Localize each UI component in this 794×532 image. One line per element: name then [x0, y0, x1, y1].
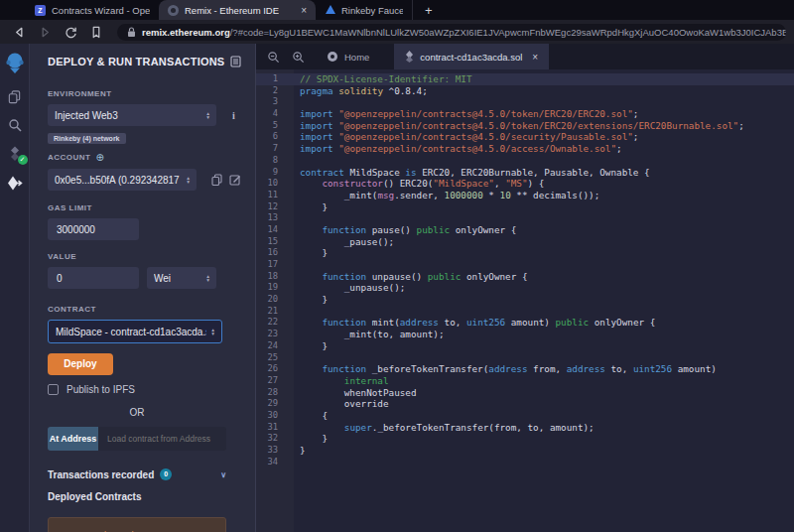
- code-line[interactable]: 25: [256, 352, 794, 364]
- reload-icon[interactable]: [60, 23, 81, 41]
- solidity-compiler-icon[interactable]: ✓: [6, 145, 24, 163]
- code-line[interactable]: 12 }: [256, 201, 794, 213]
- gas-limit-input[interactable]: [48, 218, 139, 240]
- add-account-icon[interactable]: ⊕: [96, 152, 105, 163]
- code-line[interactable]: 8: [256, 155, 794, 167]
- back-icon[interactable]: [8, 23, 30, 41]
- code-line[interactable]: 4import "@openzeppelin/contracts@4.5.0/t…: [256, 108, 794, 120]
- code-line[interactable]: 1// SPDX-License-Identifier: MIT: [256, 73, 794, 85]
- code-line[interactable]: 10 constructor() ERC20("MildSpace", "MS"…: [256, 178, 794, 190]
- deploy-run-icon[interactable]: [6, 174, 24, 192]
- code-line[interactable]: 11 _mint(msg.sender, 1000000 * 10 ** dec…: [256, 190, 794, 201]
- code-line[interactable]: 27 internal: [256, 375, 794, 387]
- line-number: 34: [256, 457, 286, 468]
- edit-account-icon[interactable]: [229, 174, 241, 186]
- tab-contract-file-label: contract-cd1ac3acda.sol: [420, 52, 522, 63]
- bookmark-icon[interactable]: [85, 23, 107, 41]
- zoom-out-icon[interactable]: [265, 49, 281, 65]
- contract-value: MildSpace - contract-cd1ac3acda.sol: [56, 327, 206, 337]
- code-line[interactable]: 31 super._beforeTokenTransfer(from, to, …: [256, 422, 794, 434]
- remix-logo-icon[interactable]: [3, 51, 27, 76]
- value-input[interactable]: [48, 267, 139, 289]
- line-number: 8: [256, 155, 286, 167]
- url-bar[interactable]: remix.ethereum.org/?#code=Ly8gU1BEWC1MaW…: [117, 24, 786, 41]
- line-number: 23: [256, 329, 286, 340]
- line-number: 21: [256, 306, 286, 318]
- code-line[interactable]: 17: [256, 259, 794, 271]
- panel-title: DEPLOY & RUN TRANSACTIONS: [48, 56, 224, 67]
- account-value: 0x0e5...b50fA (0.292342817: [55, 175, 182, 186]
- publish-ipfs-checkbox[interactable]: [48, 384, 59, 395]
- line-number: 33: [256, 445, 286, 457]
- code-line[interactable]: 6import "@openzeppelin/contracts@4.5.0/s…: [256, 131, 794, 143]
- line-number: 2: [256, 85, 286, 97]
- icon-sidebar: ✓: [0, 44, 30, 532]
- contract-select[interactable]: MildSpace - contract-cd1ac3acda.sol ▴▾: [48, 320, 222, 343]
- line-number: 5: [256, 120, 286, 132]
- forward-icon[interactable]: [34, 23, 56, 41]
- file-explorer-icon[interactable]: [6, 87, 24, 105]
- line-number: 30: [256, 410, 286, 422]
- browser-tab-title: Remix - Ethereum IDE: [185, 5, 279, 16]
- code-line[interactable]: 32 }: [256, 433, 794, 445]
- code-line[interactable]: 19 _unpause();: [256, 282, 794, 294]
- at-address-input[interactable]: [98, 427, 226, 451]
- network-badge: Rinkeby (4) network: [48, 133, 126, 144]
- tab-home[interactable]: Home: [316, 44, 380, 69]
- no-instances-message: Currently you have no contract instances…: [48, 517, 226, 532]
- line-number: 3: [256, 96, 286, 108]
- account-select[interactable]: 0x0e5...b50fA (0.292342817 ▴▾: [48, 169, 197, 191]
- code-line[interactable]: 28 whenNotPaused: [256, 387, 794, 399]
- new-tab-button[interactable]: +: [413, 3, 445, 18]
- code-line[interactable]: 2pragma solidity ^0.8.4;: [256, 85, 794, 97]
- value-unit-select[interactable]: Wei ▴▾: [147, 267, 216, 289]
- code-line[interactable]: 21: [256, 306, 794, 318]
- line-number: 31: [256, 422, 286, 434]
- code-line[interactable]: 20 }: [256, 294, 794, 306]
- account-label-text: ACCOUNT: [48, 153, 91, 162]
- line-number: 14: [256, 224, 286, 236]
- close-tab-icon[interactable]: ×: [301, 5, 307, 16]
- code-line[interactable]: 33}: [256, 445, 794, 457]
- panel-docs-icon[interactable]: [230, 56, 241, 67]
- browser-tab-openzeppelin[interactable]: Z Contracts Wizard - OpenZeppelin D: [26, 0, 159, 20]
- code-line[interactable]: 16 }: [256, 247, 794, 259]
- code-line[interactable]: 3: [256, 96, 794, 108]
- code-line[interactable]: 23 _mint(to, amount);: [256, 329, 794, 340]
- tab-contract-file[interactable]: contract-cd1ac3acda.sol ×: [394, 44, 549, 69]
- environment-select[interactable]: Injected Web3 ▴▾: [48, 104, 216, 126]
- chevron-down-icon[interactable]: ∨: [220, 470, 226, 479]
- code-line[interactable]: 15 _pause();: [256, 236, 794, 248]
- code-line[interactable]: 34: [256, 457, 794, 468]
- environment-value: Injected Web3: [55, 110, 201, 121]
- close-file-icon[interactable]: ×: [532, 52, 538, 63]
- search-icon[interactable]: [6, 116, 24, 134]
- account-label: ACCOUNT ⊕: [48, 152, 241, 163]
- browser-tab-rinkeby[interactable]: Rinkeby Faucet: [316, 0, 413, 20]
- code-line[interactable]: 7import "@openzeppelin/contracts@4.5.0/a…: [256, 143, 794, 155]
- line-number: 13: [256, 212, 286, 224]
- deployed-contracts-label: Deployed Contracts: [48, 491, 241, 502]
- dropdown-caret-icon: ▴▾: [206, 111, 209, 119]
- line-number: 22: [256, 317, 286, 329]
- code-editor[interactable]: 1// SPDX-License-Identifier: MIT2pragma …: [256, 69, 794, 532]
- environment-info-icon[interactable]: i: [232, 110, 235, 121]
- browser-tab-remix[interactable]: Remix - Ethereum IDE ×: [159, 0, 316, 20]
- code-line[interactable]: 29 override: [256, 398, 794, 410]
- url-path: /?#code=Ly8gU1BEWC1MaWNlbnNlLUlkZW50aWZp…: [230, 27, 786, 38]
- code-line[interactable]: 22 function mint(address to, uint256 amo…: [256, 317, 794, 329]
- code-line[interactable]: 18 function unpause() public onlyOwner {: [256, 271, 794, 283]
- code-line[interactable]: 14 function pause() public onlyOwner {: [256, 224, 794, 236]
- dropdown-caret-icon: ▴▾: [187, 176, 190, 184]
- at-address-button[interactable]: At Address: [48, 427, 98, 451]
- code-line[interactable]: 26 function _beforeTokenTransfer(address…: [256, 363, 794, 375]
- deploy-button[interactable]: Deploy: [48, 353, 113, 375]
- zoom-in-icon[interactable]: [290, 49, 306, 65]
- code-line[interactable]: 5import "@openzeppelin/contracts@4.5.0/t…: [256, 120, 794, 132]
- copy-account-icon[interactable]: [211, 174, 222, 186]
- code-line[interactable]: 9contract MildSpace is ERC20, ERC20Burna…: [256, 167, 794, 179]
- code-line[interactable]: 13: [256, 212, 794, 224]
- remix-app: ✓ DEPLOY & RUN TRANSACTIONS ENVIRONMENT: [0, 44, 794, 532]
- code-line[interactable]: 24 }: [256, 340, 794, 352]
- code-line[interactable]: 30 {: [256, 410, 794, 422]
